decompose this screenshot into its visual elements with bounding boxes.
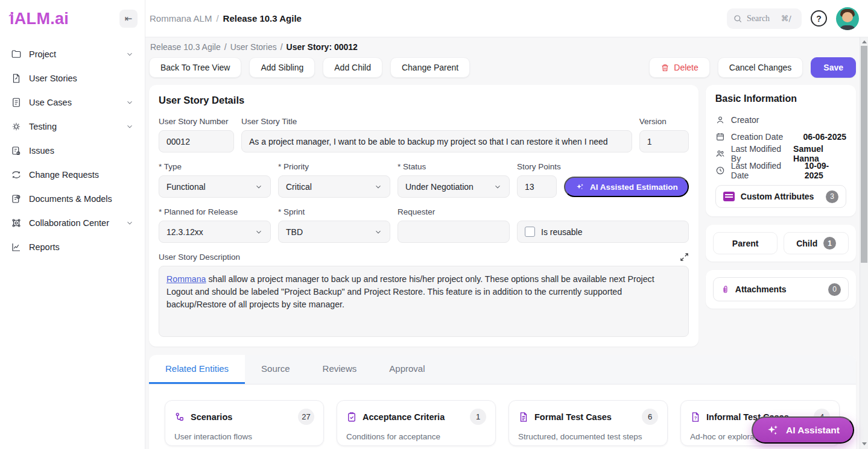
app-logo: iALM.ai xyxy=(10,10,69,28)
sidebar-item-label: Use Cases xyxy=(29,98,72,107)
user-story-description-input[interactable]: Rommana shall allow a project manager to… xyxy=(159,266,689,337)
related-entities-row: Scenarios 27 User interaction flows Acce… xyxy=(149,385,856,449)
scroll-down-arrow[interactable] xyxy=(860,439,868,448)
attachments-button[interactable]: Attachments 0 xyxy=(713,277,849,301)
priority-label: * Priority xyxy=(278,162,390,171)
creation-date-row: Creation Date 06-06-2025 xyxy=(715,128,846,145)
trash-icon xyxy=(661,63,670,72)
tab-related-entities[interactable]: Related Entities xyxy=(149,355,245,384)
last-modified-by-row: Last Modified By Samuel Hanna xyxy=(715,145,846,162)
sidebar-item-documents-models[interactable]: Documents & Models xyxy=(6,187,139,211)
delete-button[interactable]: Delete xyxy=(649,57,709,78)
tab-source[interactable]: Source xyxy=(245,355,306,384)
sidebar-item-reports[interactable]: Reports xyxy=(6,235,139,259)
attachments-card: Attachments 0 xyxy=(706,270,856,309)
is-reusable-field: Is reusable xyxy=(517,221,689,243)
reports-icon xyxy=(11,242,22,253)
tab-reviews[interactable]: Reviews xyxy=(306,355,373,384)
version-input[interactable]: 1 xyxy=(639,130,689,152)
child-button[interactable]: Child 1 xyxy=(784,232,849,254)
header-breadcrumb: Rommana ALM / Release 10.3 Agile xyxy=(150,13,302,24)
svg-text:?: ? xyxy=(694,415,697,420)
scrollbar-thumb[interactable] xyxy=(861,46,867,263)
sprint-select[interactable]: TBD xyxy=(278,221,390,243)
sidebar-item-label: Reports xyxy=(29,242,60,252)
sidebar-item-testing[interactable]: Testing xyxy=(6,115,139,139)
user-story-title-input[interactable]: As a project manager, I want to be able … xyxy=(241,130,632,152)
type-select[interactable]: Functional xyxy=(159,175,271,198)
sidebar-item-use-cases[interactable]: Use Cases xyxy=(6,90,139,115)
search-box[interactable]: ⌘/ xyxy=(727,8,802,29)
right-panel: Basic Information Creator Creation Date … xyxy=(706,85,856,309)
custom-attributes-icon xyxy=(723,192,735,201)
search-input[interactable] xyxy=(747,14,777,24)
breadcrumb-parent[interactable]: Rommana ALM xyxy=(150,13,212,24)
avatar-body xyxy=(839,25,856,30)
help-button[interactable]: ? xyxy=(811,10,827,27)
person-icon xyxy=(715,115,726,125)
sidebar-item-collaboration-center[interactable]: Collaboration Center xyxy=(6,211,139,235)
cancel-changes-button[interactable]: Cancel Changes xyxy=(718,57,803,78)
is-reusable-checkbox[interactable] xyxy=(525,227,535,237)
change-requests-icon xyxy=(11,169,22,181)
creator-row: Creator xyxy=(715,111,846,128)
rommana-link[interactable]: Rommana xyxy=(166,274,206,284)
save-button[interactable]: Save xyxy=(811,57,856,78)
chevron-down-icon xyxy=(255,228,263,236)
planned-release-select[interactable]: 12.3.12xx xyxy=(159,221,271,243)
user-story-number-input[interactable]: 00012 xyxy=(159,130,234,152)
chevron-down-icon xyxy=(125,98,134,107)
sidebar-item-user-stories[interactable]: User Stories xyxy=(6,66,139,90)
change-parent-button[interactable]: Change Parent xyxy=(390,57,470,78)
sidebar: iALM.ai ⇤ Project User Stories Use Cases… xyxy=(0,0,145,449)
sidebar-item-change-requests[interactable]: Change Requests xyxy=(6,163,139,187)
sidebar-item-project[interactable]: Project xyxy=(6,42,139,66)
status-select[interactable]: Under Negotiation xyxy=(398,175,510,198)
chevron-down-icon xyxy=(125,50,134,58)
requester-input[interactable] xyxy=(398,221,510,243)
collapse-sidebar-button[interactable]: ⇤ xyxy=(119,10,138,28)
scroll-up-arrow[interactable] xyxy=(860,37,868,46)
chevron-down-icon xyxy=(255,183,263,191)
sidebar-item-label: Issues xyxy=(29,146,54,155)
expand-icon[interactable] xyxy=(680,253,689,262)
story-points-input[interactable]: 13 xyxy=(517,175,557,198)
sidebar-item-issues[interactable]: Issues xyxy=(6,139,139,163)
sprint-label: * Sprint xyxy=(278,207,390,216)
title-label: User Story Title xyxy=(241,117,632,126)
app-window: iALM.ai ⇤ Project User Stories Use Cases… xyxy=(0,0,868,449)
is-reusable-label: Is reusable xyxy=(541,227,582,237)
folder-icon xyxy=(11,49,22,60)
scenarios-count-badge: 27 xyxy=(298,409,314,425)
details-title: User Story Details xyxy=(159,95,689,106)
requester-label: Requester xyxy=(398,207,510,216)
avatar-face xyxy=(842,12,853,22)
ai-assistant-button[interactable]: AI Assistant xyxy=(752,416,854,444)
acceptance-criteria-card[interactable]: Acceptance Criteria 1 Conditions for acc… xyxy=(337,400,496,446)
use-case-icon xyxy=(11,97,22,108)
action-bar: Back To Tree View Add Sibling Add Child … xyxy=(149,57,856,78)
child-count-badge: 1 xyxy=(823,237,836,250)
document-icon xyxy=(518,412,529,422)
page-breadcrumb: Release 10.3 Agile / User Stories / User… xyxy=(149,42,856,52)
ai-assisted-estimation-button[interactable]: AI Assisted Estimation xyxy=(564,177,689,197)
tab-approval[interactable]: Approval xyxy=(373,355,441,384)
sidebar-item-label: User Stories xyxy=(29,74,77,83)
back-to-tree-view-button[interactable]: Back To Tree View xyxy=(149,57,241,78)
priority-select[interactable]: Critical xyxy=(278,175,390,198)
custom-attributes-button[interactable]: Custom Attributes 3 xyxy=(715,185,846,208)
creation-date-value: 06-06-2025 xyxy=(803,132,846,142)
user-story-details-card: User Story Details User Story Number 000… xyxy=(149,85,699,347)
scenarios-card[interactable]: Scenarios 27 User interaction flows xyxy=(165,400,324,446)
add-sibling-button[interactable]: Add Sibling xyxy=(249,57,315,78)
version-label: Version xyxy=(639,117,689,126)
parent-button[interactable]: Parent xyxy=(713,232,778,254)
breadcrumb-user-stories[interactable]: User Stories xyxy=(230,42,277,52)
breadcrumb-release[interactable]: Release 10.3 Agile xyxy=(150,42,221,52)
type-label: * Type xyxy=(159,162,271,171)
formal-test-cases-card[interactable]: Formal Test Cases 6 Structured, document… xyxy=(508,400,668,446)
parent-child-card: Parent Child 1 xyxy=(706,225,856,262)
add-child-button[interactable]: Add Child xyxy=(323,57,382,78)
user-avatar[interactable] xyxy=(836,7,859,30)
issues-icon xyxy=(11,145,22,157)
